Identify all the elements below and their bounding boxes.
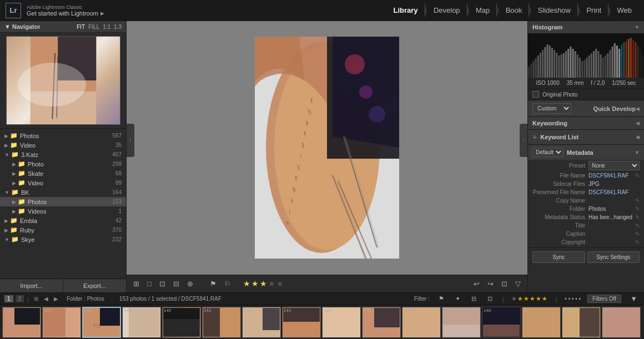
- metadata-preset-dropdown[interactable]: None: [588, 161, 640, 170]
- rotate-left-icon[interactable]: ↩: [471, 279, 482, 289]
- flag-icon[interactable]: ⚑: [208, 279, 219, 289]
- tree-item-3katz[interactable]: ▼ 📁 3.Katz 467: [0, 150, 126, 159]
- metadata-filename-edit[interactable]: ✎: [635, 173, 640, 179]
- star-4[interactable]: ★: [268, 279, 275, 288]
- nav-web[interactable]: Web: [611, 4, 639, 17]
- export-button[interactable]: Export...: [63, 279, 126, 292]
- svg-rect-35: [532, 61, 534, 78]
- star-2[interactable]: ★: [251, 279, 259, 288]
- status-star-5[interactable]: ★: [542, 295, 547, 302]
- filmstrip-toggle[interactable]: ▽: [513, 279, 523, 289]
- page-num-1[interactable]: 1: [4, 295, 13, 302]
- metadata-title-edit[interactable]: ✎: [635, 222, 640, 229]
- metadata-header[interactable]: Default Metadata ▼: [528, 145, 644, 160]
- prev-arrow[interactable]: ◀: [42, 296, 50, 302]
- histogram-header[interactable]: Histogram ▼: [528, 21, 644, 33]
- filter-dropdown-icon[interactable]: ▼: [628, 294, 640, 304]
- film-thumb-147[interactable]: 147: [442, 307, 481, 338]
- film-thumb-145[interactable]: 145: [362, 307, 401, 338]
- page-num-2[interactable]: 2: [16, 295, 24, 302]
- keywording-header[interactable]: Keywording ◀: [528, 117, 644, 129]
- filter-rating-icon[interactable]: ⊡: [485, 294, 495, 303]
- film-thumb-148[interactable]: 148: [482, 307, 521, 338]
- tree-item-video-sub[interactable]: ▶ 📁 Video 89: [0, 178, 126, 188]
- status-star-2[interactable]: ★: [524, 295, 529, 302]
- tree-item-embla[interactable]: ▶ 📁 Embla 42: [0, 216, 126, 225]
- tree-item-bk-photos[interactable]: ▶ 📁 Photos 153: [0, 197, 126, 206]
- original-photo-checkbox[interactable]: [532, 91, 539, 98]
- tree-item-bk-videos[interactable]: ▶ 📁 Videos 1: [0, 206, 126, 216]
- film-thumb-139[interactable]: 139: [122, 307, 161, 338]
- film-thumb-138[interactable]: 138 ᚠᚢᚦ: [82, 307, 121, 338]
- sync-button[interactable]: Sync: [532, 251, 585, 263]
- rotate-right-icon[interactable]: ↪: [485, 279, 496, 289]
- grid-icon[interactable]: ⊞: [32, 296, 40, 302]
- film-thumb-150[interactable]: 150: [562, 307, 601, 338]
- survey-view-icon[interactable]: ⊟: [171, 279, 182, 289]
- filter-color-icon[interactable]: ⊟: [469, 294, 479, 303]
- tree-item-ruby[interactable]: ▶ 📁 Ruby 370: [0, 225, 126, 235]
- film-thumb-149[interactable]: 149: [522, 307, 561, 338]
- sync-settings-button[interactable]: Sync Settings: [587, 251, 640, 263]
- nav-library[interactable]: Library: [386, 4, 425, 17]
- metadata-preset-select[interactable]: Default: [532, 148, 564, 157]
- star-1[interactable]: ★: [243, 279, 250, 288]
- star-3[interactable]: ★: [260, 279, 267, 288]
- filter-star-icon[interactable]: ✦: [453, 294, 462, 303]
- keyword-add-icon[interactable]: +: [532, 133, 537, 141]
- metadata-caption-edit[interactable]: ✎: [635, 231, 640, 237]
- status-star-3[interactable]: ★: [530, 295, 535, 302]
- main-photo-svg: ᚠ ᚢ ᚦ ᚨ ᚱ ᚲ ᚷ ᚹ ᚺ ᚾ ᛁ ᛃ: [255, 37, 399, 259]
- nav-map[interactable]: Map: [469, 4, 497, 17]
- tree-item-bk[interactable]: ▼ 📁 BK 164: [0, 188, 126, 197]
- left-panel-toggle[interactable]: ‹: [127, 124, 134, 157]
- keyword-list-header[interactable]: + Keyword List ◀: [528, 130, 644, 144]
- tree-item-photo-sub[interactable]: ▶ 📁 Photo 298: [0, 159, 126, 169]
- film-thumb-143[interactable]: 143: [282, 307, 321, 338]
- film-thumb-136[interactable]: 136: [2, 307, 41, 338]
- unflag-icon[interactable]: ⚐: [222, 279, 233, 289]
- film-thumb-151[interactable]: 151: [602, 307, 641, 338]
- filmstrip[interactable]: 136 137 138 ᚠᚢᚦ 139 140 141 142 143 144 …: [0, 305, 644, 339]
- next-arrow[interactable]: ▶: [52, 296, 60, 302]
- status-star-4[interactable]: ★: [536, 295, 541, 302]
- status-star-1[interactable]: ★: [517, 295, 523, 302]
- film-thumb-142[interactable]: 142: [242, 307, 281, 338]
- tree-item-skye[interactable]: ▼ 📁 Skye 232: [0, 235, 126, 244]
- tree-item-video[interactable]: ▶ 📁 Video 35: [0, 140, 126, 150]
- metadata-copyright-edit[interactable]: ✎: [635, 239, 640, 245]
- film-thumb-137[interactable]: 137: [42, 307, 81, 338]
- loupe-view-icon[interactable]: □: [145, 279, 154, 289]
- compare-view-icon[interactable]: ⊡: [157, 279, 168, 289]
- nav-book[interactable]: Book: [499, 4, 530, 17]
- right-panel-toggle[interactable]: ›: [520, 124, 527, 157]
- film-thumb-144[interactable]: 144: [322, 307, 361, 338]
- tree-item-skate[interactable]: ▶ 📁 Skate 68: [0, 169, 126, 178]
- nav-fill[interactable]: FILL: [88, 24, 99, 30]
- app-tagline[interactable]: Get started with Lightroom ▶: [27, 10, 104, 17]
- metadata-copyname-edit[interactable]: ✎: [635, 198, 640, 204]
- quick-develop-select[interactable]: Custom: [532, 103, 571, 114]
- nav-1to3[interactable]: 1:3: [114, 24, 122, 30]
- film-thumb-146[interactable]: 146: [402, 307, 441, 338]
- film-thumb-141[interactable]: 141: [202, 307, 241, 338]
- nav-1to1[interactable]: 1:1: [103, 24, 110, 30]
- metadata-status-edit[interactable]: ✎: [635, 214, 640, 220]
- main-photo-container[interactable]: ᚠ ᚢ ᚦ ᚨ ᚱ ᚲ ᚷ ᚹ ᚺ ᚾ ᛁ ᛃ: [127, 21, 527, 275]
- film-thumb-140[interactable]: 140: [162, 307, 201, 338]
- grid-view-icon[interactable]: ⊞: [131, 279, 142, 289]
- nav-print[interactable]: Print: [580, 4, 608, 17]
- people-view-icon[interactable]: ⊕: [185, 279, 195, 289]
- nav-develop[interactable]: Develop: [427, 4, 467, 17]
- filters-off-button[interactable]: Filters Off: [587, 295, 621, 303]
- tree-item-photos[interactable]: ▶ 📁 Photos 587: [0, 131, 126, 140]
- navigator-image[interactable]: [6, 36, 120, 125]
- star-5[interactable]: ★: [276, 279, 284, 288]
- nav-fit[interactable]: FIT: [77, 24, 85, 30]
- nav-slideshow[interactable]: Slideshow: [531, 4, 578, 17]
- filter-flag-icon[interactable]: ⚑: [436, 294, 446, 303]
- crop-icon[interactable]: ⊡: [499, 279, 510, 289]
- import-button[interactable]: Import...: [0, 279, 63, 292]
- quick-develop-header[interactable]: Custom Quick Develop ◀: [528, 100, 644, 117]
- metadata-folder-edit[interactable]: ✎: [635, 206, 640, 212]
